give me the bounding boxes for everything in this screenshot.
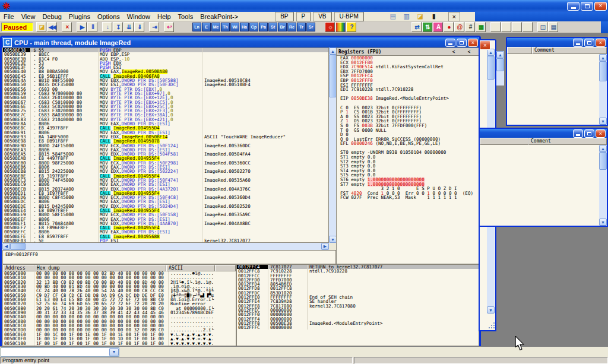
book-icon[interactable]: ▥: [402, 12, 411, 21]
disasm-row[interactable]: 0050BE98.E8 DB91F8FFCALL ImageRed.004950…: [3, 139, 328, 143]
comment-window-1-titlebar[interactable]: ×: [507, 38, 607, 47]
stack-row[interactable]: 0012FFE47C839AD8SE handler: [237, 299, 479, 303]
disasm-row[interactable]: 0050BE67.C683 C5010000 00MOV BYTE PTR DS…: [3, 100, 328, 105]
disasm-row[interactable]: 0050BE56.C603 00MOV BYTE PTR DS:[EBX],0: [3, 87, 328, 91]
menu-item-tools[interactable]: Tools: [175, 12, 197, 21]
disasm-row[interactable]: 0050BE39.8BECMOV EBP,ESP: [3, 52, 328, 56]
patch-icon[interactable]: ●: [444, 22, 454, 32]
disasm-row[interactable]: 0050BE50.8B35 DCF35000MOV ESI,DWORD PTR …: [3, 83, 328, 87]
dump-row[interactable]: 0050C060E1 E3 00 E4 E5 8D 40 00 45 72 72…: [3, 297, 236, 302]
register-line[interactable]: ST6 empty 1.0000000000000000000: [337, 178, 479, 182]
disasm-row[interactable]: 0050BEAB.E8 4497F8FFCALL ImageRed.004955…: [3, 156, 328, 160]
disasm-row[interactable]: 0050BE9D.8B0D 24F15000MOV ECX,DWORD PTR …: [3, 144, 328, 148]
disasm-row[interactable]: 0050BEE4.E8 0B97F8FFCALL ImageRed.004955…: [3, 208, 328, 213]
register-line[interactable]: ST0 empty -UNORM B938 01050104 00000000: [337, 150, 479, 155]
notepad-icon[interactable]: ▤: [388, 12, 398, 21]
stack-row[interactable]: 0012FFC47C817077RETURN to kernel32.7C817…: [237, 265, 479, 269]
dump-row[interactable]: 0050C0D000 00 00 00 00 00 00 00 00 00 00…: [3, 328, 236, 332]
scroll-thumb[interactable]: [487, 56, 495, 80]
stack-row[interactable]: 0012FFD80012FFC8: [237, 286, 479, 290]
scroll-up-icon[interactable]: ▲: [496, 51, 504, 58]
register-line[interactable]: C 0 ES 0023 32bit 0(FFFFFFFF): [337, 106, 479, 110]
open-file-icon[interactable]: ◪: [36, 22, 46, 32]
toolbar-button-re[interactable]: Re: [287, 23, 296, 31]
close-button[interactable]: ×: [596, 39, 606, 47]
dump-row[interactable]: 0050C0A000 00 00 00 00 00 00 00 00 00 00…: [3, 315, 236, 319]
menu-button-u-bpm[interactable]: U-BPM: [334, 12, 364, 21]
blank-button-1[interactable]: [490, 22, 501, 32]
register-line[interactable]: ST5 empty 0.0: [337, 173, 479, 178]
register-line[interactable]: [337, 146, 479, 151]
stack-row[interactable]: 0012FFDC853D1020: [237, 291, 479, 295]
registers-pane[interactable]: Registers (FPU) < < EAX 00000000ECX 0012…: [336, 48, 479, 264]
toolbar-button-st[interactable]: St: [268, 23, 277, 31]
step-over-icon[interactable]: ↧: [113, 22, 123, 32]
ascii-table-icon[interactable]: A: [433, 22, 443, 32]
toolbar-button-pa[interactable]: Pa: [259, 23, 268, 31]
toolbar-button-sr[interactable]: Sr: [306, 23, 315, 31]
menu-button-bp[interactable]: BP: [275, 12, 293, 21]
register-line[interactable]: EIP 0050BE38 ImageRed.<ModuleEntryPoint>: [337, 96, 479, 101]
info-pane[interactable]: EBP=0012FFF0: [2, 250, 336, 264]
toolbar-button-me[interactable]: Me: [211, 23, 220, 31]
register-line[interactable]: S 0 FS 003B 32bit 7FFDF000(FFF): [337, 124, 479, 128]
register-line[interactable]: ESP 0012FFC4: [337, 74, 479, 78]
stack-row[interactable]: 0012FFD07FFD7000: [237, 278, 479, 282]
reload-icon[interactable]: ◀◀: [47, 22, 57, 32]
disasm-row[interactable]: 0050BEF1.8B15 70A84A00MOV EDX,DWORD PTR …: [3, 221, 328, 226]
titlebar[interactable]: ✳ ×: [0, 0, 608, 12]
close-button[interactable]: ×: [596, 129, 606, 138]
layout-icon-2[interactable]: ▤: [548, 22, 558, 32]
stack-row[interactable]: 0012FFCCFFFFFFFF: [237, 274, 479, 278]
registers-collapse-button-2[interactable]: <: [461, 49, 477, 55]
stack-pane[interactable]: 0012FFC47C817077RETURN to kernel32.7C817…: [236, 264, 479, 346]
disasm-row[interactable]: 0050BE75.C683 F3020000 00MOV BYTE PTR DS…: [3, 109, 328, 113]
disasm-row[interactable]: 0050BECB.8B15 20374A00MOV EDX,DWORD PTR …: [3, 187, 328, 191]
menu-close-x-button[interactable]: ×: [448, 12, 460, 21]
grid-icon[interactable]: ▦: [476, 22, 486, 32]
command-combobox[interactable]: ▼: [1, 347, 119, 357]
disasm-row[interactable]: 0050BEB0.8B0D 98F25000MOV ECX,DWORD PTR …: [3, 161, 328, 165]
memory-map-icon[interactable]: ⇅: [422, 22, 432, 32]
register-line[interactable]: ST2 empty 0.0: [337, 160, 479, 164]
maximize-button[interactable]: [584, 39, 594, 47]
toolbar-button-ln[interactable]: Ln: [192, 23, 201, 31]
disasm-row[interactable]: 0050BE60.C683 2E010000 00MOV BYTE PTR DS…: [3, 96, 328, 100]
menu-item-view[interactable]: View: [18, 12, 39, 21]
register-line[interactable]: A 0 SS 0023 32bit 0(FFFFFFFF): [337, 115, 479, 119]
disasm-row[interactable]: 0050BE3E.53PUSH EBX: [3, 61, 328, 65]
register-line[interactable]: O 0 LastErr ERROR_SUCCESS (00000000): [337, 137, 479, 142]
maximize-button[interactable]: [584, 129, 594, 138]
menu-button-p[interactable]: P: [296, 12, 311, 21]
toolbar-button-th[interactable]: Th: [221, 23, 230, 31]
scroll-up-icon[interactable]: ▲: [599, 145, 607, 152]
disasm-row[interactable]: 0050BE8C.E8 4397F8FFCALL ImageRed.004955…: [3, 126, 328, 130]
register-line[interactable]: FST 4020 Cond 1 0 0 0 Err 0 0 1 0 0 0 0 …: [337, 191, 479, 196]
menu-item-breakpoint[interactable]: BreakPoint->: [197, 12, 242, 21]
disasm-row[interactable]: 0050BEFC.8B06MOV EAX,DWORD PTR DS:[ESI]: [3, 230, 328, 234]
dump-row[interactable]: 0050C03000 8D 40 00 01 8D 40 00 00 00 00…: [3, 284, 236, 289]
keypad-icon[interactable]: #: [465, 22, 475, 32]
stack-row[interactable]: 0012FFF80050BE38ImageRed.<ModuleEntryPoi…: [237, 321, 479, 325]
disasm-row[interactable]: 0050BED6.8B0D C8F45000MOV ECX,DWORD PTR …: [3, 195, 328, 200]
comment-window-1-scrollbar[interactable]: ▲ ▼: [599, 54, 607, 125]
command-input[interactable]: [1, 348, 109, 356]
disasm-row[interactable]: 0050BEFE.E8 8597F8FFCALL ImageRed.004956…: [3, 235, 328, 239]
menu-item-plugins[interactable]: Plugins: [65, 12, 94, 21]
close-program-icon[interactable]: ×: [62, 22, 72, 32]
disasm-row[interactable]: 0050BE8A.8B06MOV EAX,DWORD PTR DS:[ESI]: [3, 122, 328, 126]
pause-icon[interactable]: ‖: [87, 22, 97, 32]
comment-column[interactable]: Comment: [528, 138, 607, 145]
goto-eip-icon[interactable]: ↩: [164, 22, 174, 32]
toolbar-button-ha[interactable]: Ha: [240, 23, 249, 31]
dump-row[interactable]: 0050C08020 20 61 74 20 30 30 30 30 30 30…: [3, 306, 236, 311]
register-line[interactable]: ST4 empty 0.0: [337, 169, 479, 173]
disasm-row[interactable]: 0050BEA3.8B06MOV EAX,DWORD PTR DS:[ESI]: [3, 148, 328, 152]
blank-button-3[interactable]: [512, 22, 522, 32]
disasm-row[interactable]: 0050BEF7.E8 F896F8FFCALL ImageRed.004955…: [3, 226, 328, 230]
hidden-window-scrollbar[interactable]: ▲: [496, 51, 504, 86]
disasm-row[interactable]: 0050BE59.C683 97000000 00MOV BYTE PTR DS…: [3, 91, 328, 96]
scroll-down-icon[interactable]: ▼: [487, 306, 495, 314]
dump-row[interactable]: 0050C0E01F 00 1C 00 1F 00 1E 00 1F 00 1E…: [3, 333, 236, 337]
disasm-row[interactable]: 0050BEE9.8B0D 58F15000MOV ECX,DWORD PTR …: [3, 213, 328, 217]
